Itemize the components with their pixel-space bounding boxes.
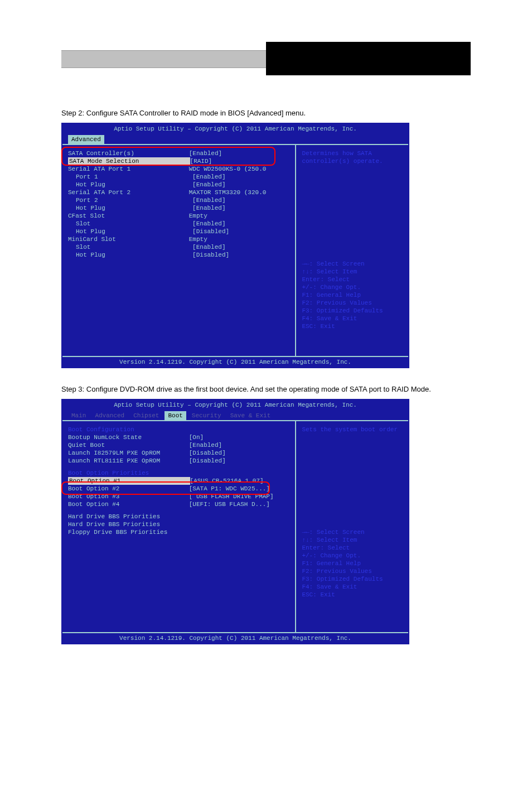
sata-setting-value: [Enabled] (192, 181, 289, 189)
tab-advanced-2[interactable]: Advanced (91, 411, 128, 420)
sata-setting-row[interactable]: CFast SlotEmpty (68, 212, 289, 220)
boot-config-value: [Enabled] (189, 441, 290, 449)
tab-security[interactable]: Security (188, 411, 225, 420)
sata-setting-value: WDC WD2500KS-0 (250.0 (189, 165, 290, 173)
nav-f2-2: F2: Previous Values (302, 567, 403, 575)
sata-setting-row[interactable]: Port 1[Enabled] (68, 173, 289, 181)
tab-save-exit[interactable]: Save & Exit (227, 411, 274, 420)
boot-config-row[interactable]: Launch RTL8111E PXE OpROM[Disabled] (68, 457, 289, 465)
bios-title: Aptio Setup Utility – Copyright (C) 2011… (62, 124, 408, 134)
page-header (61, 50, 471, 75)
sata-setting-value: [Enabled] (192, 243, 289, 251)
sata-setting-label: Slot (68, 220, 192, 228)
boot-config-label: Launch I82579LM PXE OpROM (68, 449, 189, 457)
sata-setting-row[interactable]: Slot[Enabled] (68, 220, 289, 228)
bbs-priority-value (189, 513, 290, 521)
tab-main[interactable]: Main (68, 411, 89, 420)
sata-setting-row[interactable]: MiniCard SlotEmpty (68, 235, 289, 243)
bios-help-panel-2: Sets the system boot order →←: Select Sc… (296, 420, 408, 632)
sata-setting-row[interactable]: Serial ATA Port 1WDC WD2500KS-0 (250.0 (68, 165, 289, 173)
nav-change-2: +/-: Change Opt. (302, 552, 403, 560)
sata-setting-value: [Enabled] (189, 150, 290, 157)
nav-f4: F4: Save & Exit (302, 315, 403, 322)
boot-config-value: [On] (189, 433, 290, 441)
bbs-priority-row[interactable]: Hard Drive BBS Priorities (68, 513, 289, 521)
sata-setting-row[interactable]: Serial ATA Port 2MAXTOR STM3320 (320.0 (68, 189, 289, 196)
sata-setting-label: Slot (68, 243, 192, 251)
bios-tabs-row: Advanced (62, 134, 408, 144)
boot-config-value: [Disabled] (189, 457, 290, 465)
sata-setting-label: SATA Controller(s) (68, 150, 189, 157)
sata-setting-row[interactable]: Slot[Enabled] (68, 243, 289, 251)
sata-setting-value: [Enabled] (192, 204, 289, 212)
boot-option-row[interactable]: Boot Option #2[SATA P1: WDC WD25...] (68, 485, 289, 493)
help-text: Determines how SATA controller(s) operat… (302, 150, 403, 165)
nav-change: +/-: Change Opt. (302, 283, 403, 291)
sata-setting-label: Port 2 (68, 196, 192, 204)
nav-f4-2: F4: Save & Exit (302, 583, 403, 591)
nav-select-screen: →←: Select Screen (302, 260, 403, 268)
nav-esc: ESC: Exit (302, 322, 403, 330)
bios-footer: Version 2.14.1219. Copyright (C) 2011 Am… (62, 356, 408, 367)
tab-advanced[interactable]: Advanced (68, 135, 104, 144)
boot-config-row[interactable]: Quiet Boot[Enabled] (68, 441, 289, 449)
sata-setting-value: MAXTOR STM3320 (320.0 (189, 189, 290, 196)
sata-setting-label: SATA Mode Selection (68, 157, 190, 165)
nav-select-item-2: ↑↓: Select Item (302, 536, 403, 544)
sata-setting-label: Hot Plug (68, 204, 192, 212)
boot-config-label: Launch RTL8111E PXE OpROM (68, 457, 189, 465)
boot-option-label: Boot Option #3 (68, 493, 189, 500)
boot-config-label: Quiet Boot (68, 441, 189, 449)
sata-setting-value: Empty (189, 235, 290, 243)
bios-screen-boot: Aptio Setup Utility – Copyright (C) 2011… (61, 399, 409, 644)
sata-setting-value: [Enabled] (192, 220, 289, 228)
bios-tabs-row-2: Main Advanced Chipset Boot Security Save… (62, 410, 408, 420)
nav-f1: F1: General Help (302, 291, 403, 299)
nav-enter-2: Enter: Select (302, 544, 403, 552)
bios-left-panel: SATA Controller(s)[Enabled]SATA Mode Sel… (62, 144, 296, 356)
boot-option-row[interactable]: Boot Option #4[UEFI: USB FLASH D...] (68, 500, 289, 508)
bbs-priority-value (189, 528, 290, 536)
sata-setting-row[interactable]: SATA Controller(s)[Enabled] (68, 150, 289, 157)
boot-config-row[interactable]: Launch I82579LM PXE OpROM[Disabled] (68, 449, 289, 457)
boot-option-label: Boot Option #2 (68, 485, 189, 493)
nav-f3-2: F3: Optimized Defaults (302, 575, 403, 583)
tab-chipset[interactable]: Chipset (130, 411, 162, 420)
tab-boot[interactable]: Boot (165, 411, 186, 420)
step3-caption: Step 3: Configure DVD-ROM drive as the f… (61, 385, 471, 393)
nav-select-item: ↑↓: Select Item (302, 268, 403, 276)
bbs-priority-row[interactable]: Floppy Drive BBS Priorities (68, 528, 289, 536)
sata-setting-row[interactable]: SATA Mode Selection[RAID] (68, 157, 289, 165)
sata-setting-value: [Enabled] (192, 196, 289, 204)
sata-setting-row[interactable]: Hot Plug[Disabled] (68, 228, 289, 235)
boot-config-heading: Boot Configuration (68, 426, 289, 433)
bbs-priority-value (189, 521, 290, 528)
nav-keys: →←: Select Screen ↑↓: Select Item Enter:… (302, 260, 403, 330)
nav-esc-2: ESC: Exit (302, 591, 403, 599)
bbs-priority-row[interactable]: Hard Drive BBS Priorities (68, 521, 289, 528)
sata-setting-value: [RAID] (190, 157, 290, 165)
boot-option-row[interactable]: Boot Option #3[ USB FLASH DRIVE PMAP] (68, 493, 289, 500)
sata-setting-row[interactable]: Hot Plug[Enabled] (68, 181, 289, 189)
sata-setting-label: Serial ATA Port 2 (68, 189, 189, 196)
sata-setting-row[interactable]: Port 2[Enabled] (68, 196, 289, 204)
boot-config-row[interactable]: Bootup NumLock State[On] (68, 433, 289, 441)
sata-setting-value: Empty (189, 212, 290, 220)
boot-priorities-heading: Boot Option Priorities (68, 469, 289, 477)
sata-setting-row[interactable]: Hot Plug[Enabled] (68, 204, 289, 212)
boot-option-row[interactable]: Boot Option #1[ASUS CB-5216A 1.07] (68, 477, 289, 485)
sata-setting-row[interactable]: Hot Plug[Disabled] (68, 251, 289, 259)
boot-option-value: [SATA P1: WDC WD25...] (189, 485, 290, 493)
boot-option-value: [ASUS CB-5216A 1.07] (190, 477, 290, 485)
nav-enter: Enter: Select (302, 276, 403, 283)
boot-config-label: Bootup NumLock State (68, 433, 189, 441)
bios-title-2: Aptio Setup Utility – Copyright (C) 2011… (62, 400, 408, 410)
sata-setting-label: Hot Plug (68, 181, 192, 189)
sata-setting-label: Serial ATA Port 1 (68, 165, 189, 173)
header-left-bar (61, 50, 266, 68)
nav-f2: F2: Previous Values (302, 299, 403, 307)
bbs-priority-label: Hard Drive BBS Priorities (68, 513, 189, 521)
sata-setting-label: Hot Plug (68, 228, 192, 235)
bbs-priority-label: Hard Drive BBS Priorities (68, 521, 189, 528)
bios-screen-advanced: Aptio Setup Utility – Copyright (C) 2011… (61, 123, 409, 368)
